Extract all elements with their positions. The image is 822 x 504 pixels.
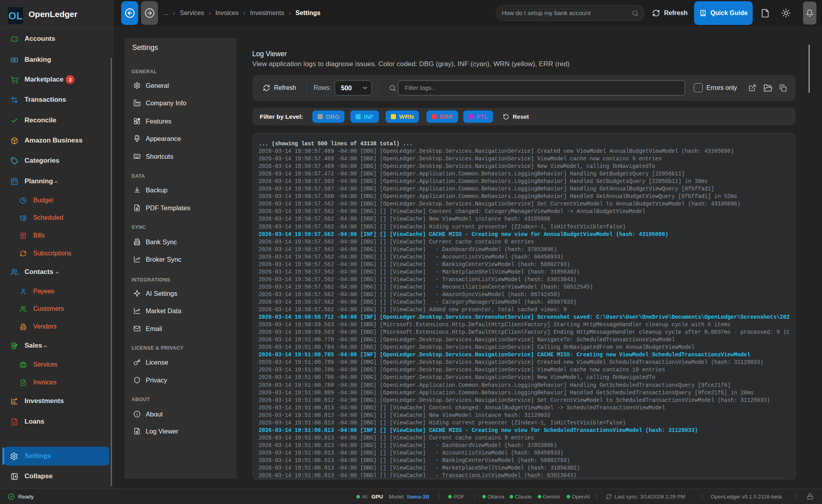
svg-text:?: ?	[702, 10, 704, 14]
svg-text:OL: OL	[9, 10, 22, 22]
